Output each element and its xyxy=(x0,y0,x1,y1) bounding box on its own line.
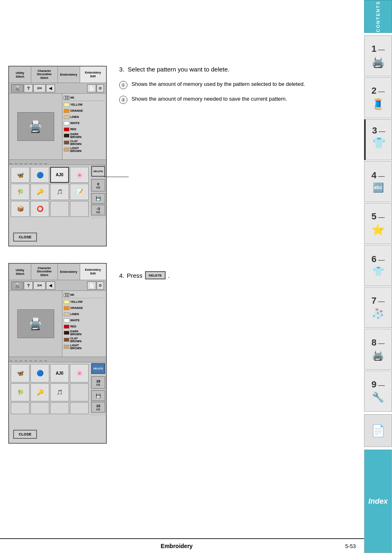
pattern-cell2[interactable]: 🔵 xyxy=(30,364,49,382)
pattern-cell[interactable]: 🌸 xyxy=(70,167,89,183)
contents-label: CONTENTS xyxy=(376,1,380,32)
pattern-cell2-empty xyxy=(11,402,30,414)
arrow-left-icon2[interactable]: ◀ xyxy=(46,281,55,290)
pattern-cell2-empty xyxy=(50,402,69,414)
sidebar-tab-4[interactable]: 4 — 🔤 xyxy=(364,161,392,202)
document-icon2[interactable]: 📄 xyxy=(87,84,96,92)
close-button-2[interactable]: CLOSE xyxy=(13,430,37,439)
pattern-cell2[interactable]: 🦋 xyxy=(11,364,30,382)
close-button-1[interactable]: CLOSE xyxy=(13,233,37,242)
sidebar-tab-6[interactable]: 6 — 👕 xyxy=(364,245,392,286)
pattern-cell[interactable]: ⭕ xyxy=(30,201,49,217)
footer-center: Embroidery xyxy=(161,543,193,549)
tab2-icon: 🧵 xyxy=(371,98,385,111)
sidebar-tab-2[interactable]: 2 — 🧵 xyxy=(364,77,392,118)
pattern-cell[interactable]: 📦 xyxy=(11,201,30,217)
step3-title: 3. Select the pattern you want to delete… xyxy=(119,66,352,73)
help-icon[interactable]: ? xyxy=(24,84,33,92)
step3-sub2: ② Shows the amount of memory needed to s… xyxy=(119,95,352,104)
thread-yellow: YELLOW xyxy=(64,101,105,108)
tab8-icon: 🖨️ xyxy=(372,350,384,361)
pattern-cell2[interactable]: 🎵 xyxy=(50,383,69,402)
thread-list-1: NK YELLOW ORANGE LINEN xyxy=(62,94,106,159)
tab1-icon: 🖨️ xyxy=(371,56,385,69)
tab-emb-edit[interactable]: Embroidery Edit xyxy=(80,67,106,83)
pattern-cell2[interactable]: 🌸 xyxy=(70,364,89,382)
tab4-dash: — xyxy=(378,173,385,180)
tab2-embroidery[interactable]: Embroidery xyxy=(58,264,80,280)
tab8-num: 8 xyxy=(371,337,376,348)
inline-delete-btn[interactable]: DELETE xyxy=(145,271,166,279)
pattern-cell2[interactable]: 🎋 xyxy=(11,383,30,402)
thread2-clay-brown: CLAYBROWN xyxy=(64,336,105,343)
settings-icon2[interactable]: ⚙ xyxy=(97,281,104,290)
swatch-yellow xyxy=(64,103,69,107)
pattern-grid-1: 🦋 🔵 AJ0 🌸 🎋 🔑 🎵 📝 📦 ⭕ xyxy=(9,165,90,219)
sidebar-tab-8[interactable]: 8 — 🖨️ xyxy=(364,329,392,370)
sidebar-tab-document[interactable]: 📄 xyxy=(364,414,392,447)
swatch-red xyxy=(64,127,69,131)
tab-utility[interactable]: Utility Stitch xyxy=(9,67,31,83)
pattern-cell[interactable]: 🦋 xyxy=(11,167,30,183)
tab3-dash: — xyxy=(379,128,385,135)
pattern-cell2[interactable]: 🔑 xyxy=(30,383,49,402)
sidebar-tab-3[interactable]: 3 — 👕 · · · · · xyxy=(364,119,392,160)
swatch2-lightbrown xyxy=(64,345,69,349)
sidebar-tab-contents[interactable]: CONTENTS xyxy=(364,0,392,33)
document-icon: 📄 xyxy=(371,424,385,438)
tab2-emb-edit[interactable]: Embroidery Edit xyxy=(80,264,106,280)
machine-icon2: 🖨️ xyxy=(11,281,23,290)
pattern-cell[interactable]: 🎋 xyxy=(11,184,30,200)
sidebar-tab-1[interactable]: 1 — 🖨️ xyxy=(364,35,392,76)
pattern-cell-selected[interactable]: AJ0 xyxy=(50,167,69,183)
spool-icon xyxy=(64,96,69,100)
circle-1: ① xyxy=(119,81,127,89)
memory2-icon: 💾 xyxy=(91,390,105,401)
tab4-num: 4 xyxy=(371,170,376,181)
pattern-cell2-ajo[interactable]: AJ0 xyxy=(50,364,69,382)
sidebar-tab-index[interactable]: Index xyxy=(364,449,392,553)
tab-character[interactable]: Character Decorative Stitch xyxy=(31,67,58,83)
document-icon3[interactable]: 📄 xyxy=(87,281,96,290)
thread-dark-brown: DARKBROWN xyxy=(64,132,105,138)
tab2-utility[interactable]: Utility Stitch xyxy=(9,264,31,280)
tab3-num: 3 xyxy=(372,125,377,136)
swatch2-darkbrown xyxy=(64,331,69,335)
sidebar-tab-5[interactable]: 5 — ⭐ xyxy=(364,203,392,244)
tab2-character[interactable]: Character Decorative Stitch xyxy=(31,264,58,280)
tab5-icon: ⭐ xyxy=(371,224,385,236)
delete-button-1[interactable]: DELETE xyxy=(91,166,105,177)
screen-panel-2: Utility Stitch Character Decorative Stit… xyxy=(8,263,107,444)
pattern-cell[interactable]: 📝 xyxy=(70,184,89,200)
tab9-num: 9 xyxy=(371,379,376,390)
step3-sub1: ① Shows the amount of memory used by the… xyxy=(119,80,352,89)
delete-button-2[interactable]: DELETE xyxy=(91,363,105,374)
swatch2-red xyxy=(64,325,69,329)
help-icon2[interactable]: ? xyxy=(24,281,33,290)
tab8-dash: — xyxy=(378,340,385,347)
pattern-cell2-empty xyxy=(30,402,49,414)
swatch2-orange xyxy=(64,306,69,310)
thread2-white: WHITE xyxy=(64,317,105,323)
step4-instructions: 4. Press DELETE . xyxy=(119,263,352,444)
sidebar-tab-7[interactable]: 7 — 🧦 xyxy=(364,287,392,328)
tab7-icon: 🧦 xyxy=(372,308,384,319)
arrow-left-icon[interactable]: ◀ xyxy=(46,84,55,92)
thread2-linen: LINEN xyxy=(64,311,105,317)
swatch-lightbrown xyxy=(64,147,69,152)
pattern-cell[interactable]: 🔑 xyxy=(30,184,49,200)
machine-icon: 🖨️ xyxy=(11,84,23,92)
memory2-indicator-1: 18 KB xyxy=(91,376,105,389)
tab6-dash: — xyxy=(378,256,385,264)
screen-panel-1: Utility Stitch Character Decorative Stit… xyxy=(8,66,107,247)
sidebar-tab-9[interactable]: 9 — 🔧 xyxy=(364,371,392,412)
settings-icon[interactable]: ⚙ xyxy=(97,84,104,92)
thread-header: NK xyxy=(64,94,105,101)
pattern-cell[interactable]: 🔵 xyxy=(30,167,49,183)
tab-embroidery[interactable]: Embroidery xyxy=(58,67,80,83)
pattern-cell[interactable]: 🎵 xyxy=(50,184,69,200)
memory-indicator-2-icon: 💾 xyxy=(91,193,105,204)
panel1-header: Utility Stitch Character Decorative Stit… xyxy=(9,67,106,83)
tab9-icon: 🔧 xyxy=(372,392,384,403)
memory2-indicator-2: 15 KB xyxy=(91,402,105,412)
